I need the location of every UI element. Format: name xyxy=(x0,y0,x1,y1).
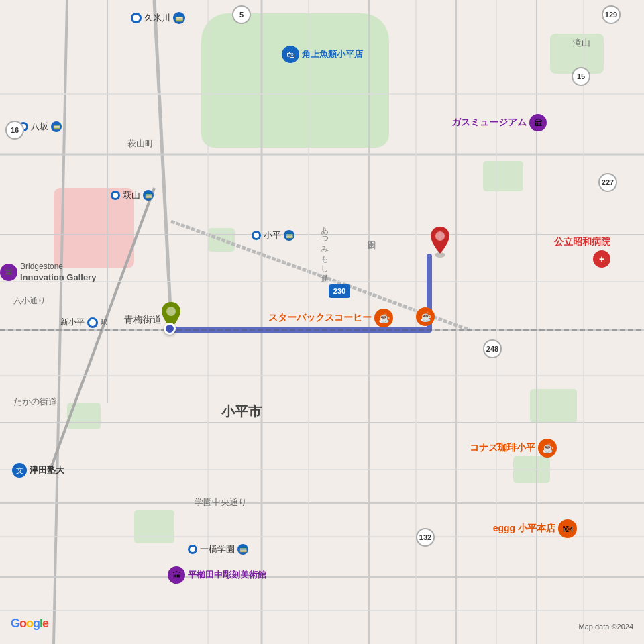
gakuen-label: 学園中央通り xyxy=(195,496,247,508)
road-badge-227: 227 xyxy=(598,173,617,192)
kodaira-station-area: 小平 🚃 xyxy=(252,229,294,241)
green-patch-2 xyxy=(483,161,523,191)
gas-museum-poi: ガスミュージアム 🏛 xyxy=(451,114,547,131)
rokusho-label: 六小通り xyxy=(13,295,46,307)
shin-kodaira-station-icon xyxy=(87,317,98,328)
bridgestone-icon: 🏛 xyxy=(0,264,17,281)
road-badge-248: 248 xyxy=(483,339,502,358)
hiranakadanaka-label: 平櫛田中彫刻美術館 xyxy=(188,569,266,581)
tsuda-icon: 文 xyxy=(12,463,27,478)
map-data-attribution: Map data ©2024 xyxy=(579,623,634,631)
gas-museum-label: ガスミュージアム xyxy=(451,117,527,129)
green-patch-6 xyxy=(134,510,174,543)
hospital-icon: + xyxy=(593,250,610,268)
kakujyo-label: 角上魚類小平店 xyxy=(302,48,363,60)
kodaira-station-icon xyxy=(252,231,261,240)
kumegawa-station-area: 久米川 🚃 xyxy=(131,12,185,24)
map-container: 小平市 萩山町 青梅街道 たかの街道 学園中央通り 六小通り あつみもし通り 創… xyxy=(0,0,644,644)
park-top-green xyxy=(201,13,389,148)
kumegawa-station-label: 久米川 xyxy=(144,12,170,24)
svg-point-28 xyxy=(166,307,176,316)
tsuda-label: 津田塾大 xyxy=(30,464,64,476)
hagiyama-station-icon xyxy=(111,191,120,200)
konazu-label: コナズ珈琲小平 xyxy=(470,442,535,454)
bridgestone-poi: 🏛 Bridgestone Innovation Gallery xyxy=(0,262,96,283)
eggg-icon: 🍽 xyxy=(558,519,577,538)
konazu-icon: ☕ xyxy=(538,439,557,458)
yashaka-station-label: 八坂 xyxy=(31,121,48,133)
green-patch-5 xyxy=(513,456,550,483)
hagiyama-station-label: 萩山 xyxy=(123,189,140,201)
hiranakadanaka-poi: 🏛 平櫛田中彫刻美術館 xyxy=(168,566,266,584)
road-badge-132: 132 xyxy=(416,528,435,547)
eggg-label: eggg 小平本店 xyxy=(493,523,555,535)
road-badge-230: 230 xyxy=(329,284,350,298)
vertical-label-1: あつみもし通り xyxy=(319,221,330,278)
green-patch-3 xyxy=(67,402,101,429)
green-patch-1 xyxy=(208,228,235,252)
bridgestone-label-line2: Innovation Gallery xyxy=(20,272,96,284)
kodaira-city-label: 小平市 xyxy=(221,402,262,421)
starbucks-icon-2: ☕ xyxy=(416,307,435,326)
eggg-poi: eggg 小平本店 🍽 xyxy=(493,519,577,538)
gas-museum-icon: 🏛 xyxy=(529,114,547,131)
road-badge-5: 5 xyxy=(232,5,251,24)
hospital-label: 公立昭和病院 xyxy=(554,236,610,248)
starbucks-poi: スターバックスコーヒー ☕ xyxy=(268,309,393,327)
ichibashi-station-icon xyxy=(188,545,197,554)
hagiyama-train-icon: 🚃 xyxy=(143,190,154,201)
starbucks-label: スターバックスコーヒー xyxy=(268,312,372,324)
yashaka-station-area: 八坂 🚃 xyxy=(19,121,62,133)
ichibashi-train-icon: 🚃 xyxy=(237,544,248,555)
road-badge-129: 129 xyxy=(602,5,621,24)
ichibashi-station-area: 一橋学園 🚃 xyxy=(188,543,248,555)
kodaira-station-label: 小平 xyxy=(264,229,281,241)
shin-kodaira-station-area: 新小平 駅 xyxy=(60,317,107,328)
road-badge-16: 16 xyxy=(5,121,24,140)
route-start-dot xyxy=(164,323,176,335)
kumegawa-train-icon: 🚃 xyxy=(173,12,185,24)
aome-kaido-label: 青梅街道 xyxy=(124,314,162,326)
kakujyo-poi: 🛍 角上魚類小平店 xyxy=(282,46,363,63)
kumegawa-station-icon xyxy=(131,13,142,23)
starbucks-icon: ☕ xyxy=(374,309,393,327)
kakujyo-icon: 🛍 xyxy=(282,46,299,63)
hospital-poi: 公立昭和病院 + xyxy=(554,236,610,268)
takiyama-label: 滝山 xyxy=(573,37,590,49)
tsuda-poi: 文 津田塾大 xyxy=(12,463,64,478)
green-patch-4 xyxy=(530,389,577,423)
hagiyama-town-label: 萩山町 xyxy=(127,138,154,150)
kodaira-train-icon: 🚃 xyxy=(284,230,294,241)
road-badge-15: 15 xyxy=(572,67,590,86)
end-pin xyxy=(428,225,452,258)
shin-kodaira-jr-label: 駅 xyxy=(101,318,107,327)
shin-kodaira-station-label: 新小平 xyxy=(60,317,85,328)
google-logo: Google xyxy=(11,616,48,631)
hagiyama-station-area: 萩山 🚃 xyxy=(111,189,154,201)
yashaka-train-icon: 🚃 xyxy=(51,121,62,132)
starbucks-poi-2: ☕ xyxy=(416,307,435,326)
ichibashi-station-label: 一橋学園 xyxy=(200,543,235,555)
hiranakadanaka-icon: 🏛 xyxy=(168,566,185,584)
takano-kaido-label: たかの街道 xyxy=(13,396,57,408)
konazu-poi: コナズ珈琲小平 ☕ xyxy=(470,439,557,458)
svg-point-30 xyxy=(435,231,445,241)
bridgestone-label-line1: Bridgestone xyxy=(20,262,96,272)
